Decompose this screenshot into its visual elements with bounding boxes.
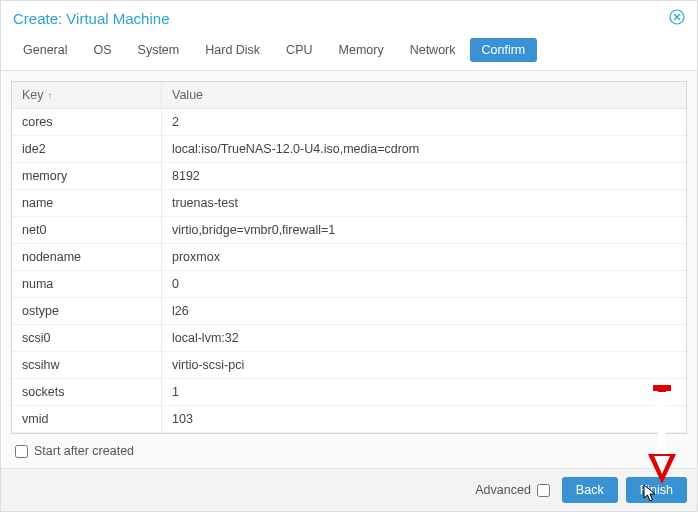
create-vm-wizard: Create: Virtual Machine GeneralOSSystemH… [0,0,698,512]
col-value-header[interactable]: Value [162,82,686,108]
cell-key: scsi0 [12,325,162,351]
col-key-header[interactable]: Key ↑ [12,82,162,108]
back-button[interactable]: Back [562,477,618,503]
cell-value: local:iso/TrueNAS-12.0-U4.iso,media=cdro… [162,136,686,162]
wizard-tabs: GeneralOSSystemHard DiskCPUMemoryNetwork… [1,34,697,71]
wizard-footer: Advanced Back Finish [1,468,697,511]
start-after-created-label: Start after created [34,444,134,458]
cell-value: local-lvm:32 [162,325,686,351]
tab-confirm[interactable]: Confirm [470,38,538,62]
cell-value: 2 [162,109,686,135]
col-key-label: Key [22,88,44,102]
tab-general[interactable]: General [11,38,79,62]
cell-value: proxmox [162,244,686,270]
advanced-checkbox[interactable] [537,484,550,497]
finish-button[interactable]: Finish [626,477,687,503]
confirm-panel: Key ↑ Value cores2ide2local:iso/TrueNAS-… [1,71,697,468]
table-row[interactable]: sockets1 [12,379,686,406]
table-body: cores2ide2local:iso/TrueNAS-12.0-U4.iso,… [12,109,686,433]
start-after-created-row[interactable]: Start after created [11,434,687,464]
sort-asc-icon: ↑ [48,90,53,101]
tab-cpu[interactable]: CPU [274,38,324,62]
cell-value: virtio-scsi-pci [162,352,686,378]
table-row[interactable]: memory8192 [12,163,686,190]
tab-memory[interactable]: Memory [327,38,396,62]
tab-system[interactable]: System [126,38,192,62]
start-after-created-checkbox[interactable] [15,445,28,458]
table-row[interactable]: nametruenas-test [12,190,686,217]
cell-key: vmid [12,406,162,432]
table-row[interactable]: numa0 [12,271,686,298]
cell-key: memory [12,163,162,189]
cell-value: 0 [162,271,686,297]
cell-value: 103 [162,406,686,432]
table-row[interactable]: cores2 [12,109,686,136]
cell-key: name [12,190,162,216]
cell-key: cores [12,109,162,135]
table-row[interactable]: vmid103 [12,406,686,433]
advanced-toggle[interactable]: Advanced [475,483,550,497]
cell-key: nodename [12,244,162,270]
table-row[interactable]: net0virtio,bridge=vmbr0,firewall=1 [12,217,686,244]
col-value-label: Value [172,88,203,102]
titlebar: Create: Virtual Machine [1,1,697,34]
tab-hard-disk[interactable]: Hard Disk [193,38,272,62]
cell-key: ostype [12,298,162,324]
cell-key: net0 [12,217,162,243]
summary-table: Key ↑ Value cores2ide2local:iso/TrueNAS-… [11,81,687,434]
close-icon[interactable] [669,9,685,28]
cell-value: virtio,bridge=vmbr0,firewall=1 [162,217,686,243]
table-row[interactable]: scsihwvirtio-scsi-pci [12,352,686,379]
table-header: Key ↑ Value [12,82,686,109]
tab-network[interactable]: Network [398,38,468,62]
wizard-title: Create: Virtual Machine [13,10,169,27]
cell-key: sockets [12,379,162,405]
table-row[interactable]: ide2local:iso/TrueNAS-12.0-U4.iso,media=… [12,136,686,163]
table-row[interactable]: scsi0local-lvm:32 [12,325,686,352]
cell-key: ide2 [12,136,162,162]
cell-value: l26 [162,298,686,324]
cell-value: truenas-test [162,190,686,216]
advanced-label: Advanced [475,483,531,497]
table-row[interactable]: ostypel26 [12,298,686,325]
tab-os[interactable]: OS [81,38,123,62]
cell-key: numa [12,271,162,297]
cell-key: scsihw [12,352,162,378]
table-row[interactable]: nodenameproxmox [12,244,686,271]
cell-value: 8192 [162,163,686,189]
cell-value: 1 [162,379,686,405]
